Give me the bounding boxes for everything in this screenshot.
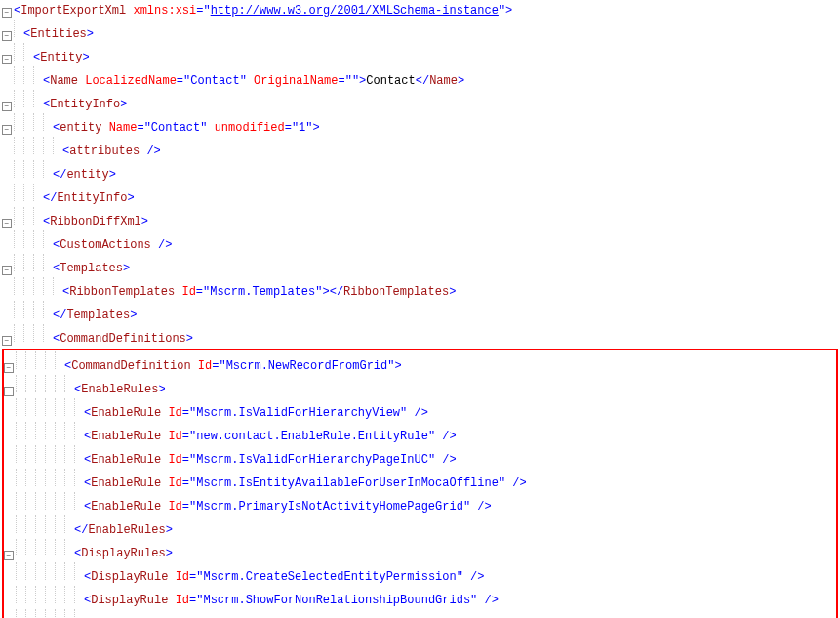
- code-line[interactable]: <DisplayRule Id="Mscrm.CreateSelectedEnt…: [4, 562, 836, 586]
- xml-content: <RibbonTemplates Id="Mscrm.Templates"></…: [62, 283, 838, 301]
- xml-content: <entity Name="Contact" unmodified="1">: [53, 119, 838, 137]
- code-line[interactable]: −<entity Name="Contact" unmodified="1">: [2, 113, 838, 137]
- code-line[interactable]: </EntityInfo>: [2, 184, 838, 207]
- xml-content: <DisplayRule Id="Mscrm.ShowForNonRelatio…: [84, 592, 836, 609]
- expand-collapse-icon[interactable]: −: [4, 387, 14, 396]
- code-line[interactable]: </entity>: [2, 160, 838, 184]
- code-line[interactable]: <DisplayRule Id="Mscrm.ShowForNonRelatio…: [4, 586, 836, 609]
- xml-content: <Templates>: [53, 260, 838, 277]
- xml-content: <Entity>: [33, 49, 838, 66]
- code-line[interactable]: <RibbonTemplates Id="Mscrm.Templates"></…: [2, 277, 838, 301]
- code-line[interactable]: <EnableRule Id="Mscrm.IsValidForHierarch…: [4, 445, 836, 469]
- code-line[interactable]: <DisplayRule Id="Mscrm.HideNewForChildEn…: [4, 609, 836, 618]
- xml-content: <EnableRule Id="Mscrm.IsValidForHierarch…: [84, 451, 836, 469]
- code-line[interactable]: <Name LocalizedName="Contact" OriginalNa…: [2, 66, 838, 90]
- code-line[interactable]: <EnableRule Id="Mscrm.IsEntityAvailableF…: [4, 469, 836, 492]
- xml-content: </EntityInfo>: [43, 189, 838, 207]
- xml-content: </entity>: [53, 166, 838, 184]
- xml-content: <EntityInfo>: [43, 96, 838, 113]
- expand-collapse-icon[interactable]: −: [2, 266, 12, 275]
- code-line[interactable]: <CustomActions />: [2, 230, 838, 254]
- xml-content: <ImportExportXml xmlns:xsi="http://www.w…: [14, 2, 838, 20]
- expand-collapse-icon[interactable]: −: [2, 102, 12, 111]
- code-line[interactable]: −<DisplayRules>: [4, 539, 836, 562]
- expand-collapse-icon[interactable]: −: [2, 219, 12, 228]
- xml-content: <CustomActions />: [53, 236, 838, 254]
- xml-content: <DisplayRules>: [74, 545, 836, 562]
- expand-collapse-icon[interactable]: −: [4, 363, 14, 373]
- expand-collapse-icon[interactable]: −: [2, 8, 12, 18]
- expand-collapse-icon[interactable]: −: [2, 55, 12, 64]
- code-line[interactable]: −<Entities>: [2, 20, 838, 43]
- xml-content: </EnableRules>: [74, 521, 836, 539]
- xml-content: <CommandDefinition Id="Mscrm.NewRecordFr…: [64, 357, 836, 375]
- expand-collapse-icon[interactable]: −: [2, 125, 12, 135]
- expand-collapse-icon[interactable]: −: [4, 551, 14, 560]
- code-line[interactable]: −<Entity>: [2, 43, 838, 66]
- code-line[interactable]: −<EnableRules>: [4, 375, 836, 398]
- xml-content: </Templates>: [53, 307, 838, 324]
- code-line[interactable]: −<Templates>: [2, 254, 838, 277]
- code-line[interactable]: −<ImportExportXml xmlns:xsi="http://www.…: [2, 2, 838, 20]
- xml-content: <attributes />: [62, 143, 838, 160]
- xml-code-view: −<ImportExportXml xmlns:xsi="http://www.…: [2, 2, 838, 618]
- expand-collapse-icon[interactable]: −: [2, 31, 12, 41]
- expand-collapse-icon[interactable]: −: [2, 336, 12, 346]
- xml-content: <CommandDefinitions>: [53, 330, 838, 348]
- xml-content: <DisplayRule Id="Mscrm.CreateSelectedEnt…: [84, 568, 836, 586]
- code-line[interactable]: −<CommandDefinition Id="Mscrm.NewRecordF…: [4, 351, 836, 375]
- code-line[interactable]: </Templates>: [2, 301, 838, 324]
- code-line[interactable]: <EnableRule Id="new.contact.EnableRule.E…: [4, 422, 836, 445]
- code-line[interactable]: <EnableRule Id="Mscrm.PrimaryIsNotActivi…: [4, 492, 836, 515]
- xml-content: <Name LocalizedName="Contact" OriginalNa…: [43, 72, 838, 90]
- code-line[interactable]: −<EntityInfo>: [2, 90, 838, 113]
- xml-content: <EnableRule Id="Mscrm.PrimaryIsNotActivi…: [84, 498, 836, 515]
- code-line[interactable]: <attributes />: [2, 137, 838, 160]
- xml-content: <EnableRule Id="Mscrm.IsValidForHierarch…: [84, 404, 836, 422]
- xml-content: <RibbonDiffXml>: [43, 213, 838, 230]
- highlighted-command-definition: −<CommandDefinition Id="Mscrm.NewRecordF…: [2, 349, 838, 618]
- code-line[interactable]: −<CommandDefinitions>: [2, 324, 838, 348]
- xml-content: <EnableRule Id="new.contact.EnableRule.E…: [84, 428, 836, 445]
- code-line[interactable]: −<RibbonDiffXml>: [2, 207, 838, 230]
- code-line[interactable]: </EnableRules>: [4, 515, 836, 539]
- xml-content: <EnableRules>: [74, 381, 836, 398]
- xml-content: <EnableRule Id="Mscrm.IsEntityAvailableF…: [84, 474, 836, 492]
- xml-content: <Entities>: [23, 25, 838, 43]
- code-line[interactable]: <EnableRule Id="Mscrm.IsValidForHierarch…: [4, 398, 836, 422]
